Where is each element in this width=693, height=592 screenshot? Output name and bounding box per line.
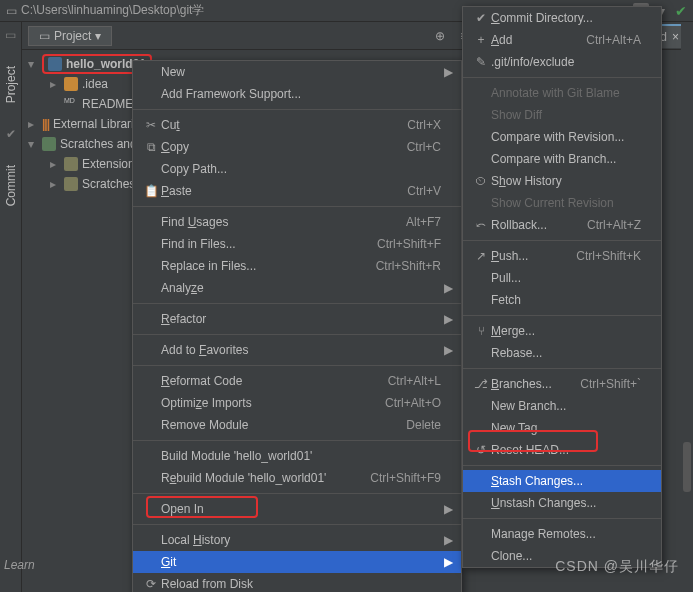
scrollbar-thumb[interactable] xyxy=(683,442,691,492)
menu-item[interactable]: Add Framework Support... xyxy=(133,83,461,105)
menu-shortcut: Ctrl+C xyxy=(407,140,441,154)
menu-item[interactable]: New Tag... xyxy=(463,417,661,439)
git-update-icon[interactable]: ✔ xyxy=(675,3,687,19)
submenu-arrow-icon: ▶ xyxy=(441,555,453,569)
menu-item[interactable]: ↗Push...Ctrl+Shift+K xyxy=(463,245,661,267)
menu-label: Rollback... xyxy=(491,218,587,232)
locate-icon[interactable]: ⊕ xyxy=(431,27,449,45)
menu-item[interactable]: ⎇Branches...Ctrl+Shift+` xyxy=(463,373,661,395)
menu-label: Find Usages xyxy=(161,215,406,229)
menu-item[interactable]: ✎.git/info/exclude xyxy=(463,51,661,73)
menu-icon: 📋 xyxy=(141,184,161,198)
chevron-right-icon[interactable]: ▸ xyxy=(50,177,60,191)
module-icon xyxy=(48,57,62,71)
menu-item[interactable]: Open In▶ xyxy=(133,498,461,520)
menu-icon: ✎ xyxy=(471,55,491,69)
chevron-right-icon[interactable]: ▸ xyxy=(50,157,60,171)
menu-icon: + xyxy=(471,33,491,47)
menu-item[interactable]: Replace in Files...Ctrl+Shift+R xyxy=(133,255,461,277)
folder-icon xyxy=(64,177,78,191)
scrollbar[interactable] xyxy=(681,22,693,592)
menu-item[interactable]: Local History▶ xyxy=(133,529,461,551)
menu-item[interactable]: ↺Reset HEAD... xyxy=(463,439,661,461)
menu-item[interactable]: Compare with Revision... xyxy=(463,126,661,148)
menu-label: Annotate with Git Blame xyxy=(491,86,641,100)
menu-shortcut: Ctrl+Shift+R xyxy=(376,259,441,273)
menu-item[interactable]: New▶ xyxy=(133,61,461,83)
menu-label: Cut xyxy=(161,118,407,132)
commit-icon[interactable]: ✔ xyxy=(6,127,16,141)
close-icon[interactable]: × xyxy=(672,30,679,44)
project-icon[interactable]: ▭ xyxy=(5,28,16,42)
menu-item[interactable]: Reformat CodeCtrl+Alt+L xyxy=(133,370,461,392)
menu-item[interactable]: ⧉CopyCtrl+C xyxy=(133,136,461,158)
chevron-right-icon[interactable]: ▸ xyxy=(50,77,60,91)
menu-item[interactable]: Stash Changes... xyxy=(463,470,661,492)
menu-label: Merge... xyxy=(491,324,641,338)
menu-item[interactable]: Compare with Branch... xyxy=(463,148,661,170)
context-menu-project[interactable]: New▶Add Framework Support...✂CutCtrl+X⧉C… xyxy=(132,60,462,592)
menu-item[interactable]: +AddCtrl+Alt+A xyxy=(463,29,661,51)
menu-item[interactable]: Rebuild Module 'hello_world01'Ctrl+Shift… xyxy=(133,467,461,489)
menu-item[interactable]: Optimize ImportsCtrl+Alt+O xyxy=(133,392,461,414)
menu-item[interactable]: Manage Remotes... xyxy=(463,523,661,545)
menu-item[interactable]: Remove ModuleDelete xyxy=(133,414,461,436)
learn-tab[interactable]: Learn xyxy=(4,558,35,572)
menu-label: Stash Changes... xyxy=(491,474,641,488)
menu-label: Compare with Branch... xyxy=(491,152,641,166)
markdown-icon: MD xyxy=(64,97,78,111)
menu-item[interactable]: Git▶ xyxy=(133,551,461,573)
watermark: CSDN @吴川华仔 xyxy=(555,558,679,576)
menu-item[interactable]: Find in Files...Ctrl+Shift+F xyxy=(133,233,461,255)
menu-item[interactable]: Rebase... xyxy=(463,342,661,364)
menu-item: Show Diff xyxy=(463,104,661,126)
menu-icon: ⎇ xyxy=(471,377,491,391)
menu-shortcut: Ctrl+X xyxy=(407,118,441,132)
menu-item[interactable]: Refactor▶ xyxy=(133,308,461,330)
submenu-arrow-icon: ▶ xyxy=(441,343,453,357)
menu-item[interactable]: Copy Path... xyxy=(133,158,461,180)
chevron-right-icon[interactable]: ▸ xyxy=(28,117,38,131)
menu-item[interactable]: New Branch... xyxy=(463,395,661,417)
submenu-arrow-icon: ▶ xyxy=(441,281,453,295)
menu-label: Refactor xyxy=(161,312,441,326)
folder-icon xyxy=(64,77,78,91)
menu-label: Replace in Files... xyxy=(161,259,376,273)
project-label: Project xyxy=(54,29,91,43)
menu-item[interactable]: Add to Favorites▶ xyxy=(133,339,461,361)
menu-item[interactable]: Find UsagesAlt+F7 xyxy=(133,211,461,233)
tree-label: .idea xyxy=(82,77,108,91)
menu-icon: ↗ xyxy=(471,249,491,263)
context-menu-git[interactable]: ✔Commit Directory...+AddCtrl+Alt+A✎.git/… xyxy=(462,6,662,568)
menu-item[interactable]: ✔Commit Directory... xyxy=(463,7,661,29)
menu-label: Local History xyxy=(161,533,441,547)
menu-item[interactable]: Build Module 'hello_world01' xyxy=(133,445,461,467)
menu-label: Copy xyxy=(161,140,407,154)
menu-label: Manage Remotes... xyxy=(491,527,641,541)
menu-item[interactable]: 📋PasteCtrl+V xyxy=(133,180,461,202)
menu-shortcut: Ctrl+Shift+K xyxy=(576,249,641,263)
menu-item[interactable]: ✂CutCtrl+X xyxy=(133,114,461,136)
menu-label: Copy Path... xyxy=(161,162,441,176)
menu-item[interactable]: Unstash Changes... xyxy=(463,492,661,514)
project-icon: ▭ xyxy=(39,29,50,43)
folder-icon xyxy=(64,157,78,171)
menu-label: Reformat Code xyxy=(161,374,388,388)
menu-item[interactable]: ⑂Merge... xyxy=(463,320,661,342)
menu-item: Annotate with Git Blame xyxy=(463,82,661,104)
menu-icon: ✔ xyxy=(471,11,491,25)
menu-item[interactable]: Fetch xyxy=(463,289,661,311)
project-dropdown[interactable]: ▭ Project ▾ xyxy=(28,26,112,46)
menu-item[interactable]: ⤺Rollback...Ctrl+Alt+Z xyxy=(463,214,661,236)
menu-item[interactable]: ⟳Reload from Disk xyxy=(133,573,461,592)
menu-item[interactable]: ⏲Show History xyxy=(463,170,661,192)
gutter-tab-commit[interactable]: Commit xyxy=(2,161,20,210)
menu-item[interactable]: Pull... xyxy=(463,267,661,289)
crumb-dir[interactable]: C:\Users\linhuaming\Desktop\git学 xyxy=(21,2,204,19)
chevron-down-icon[interactable]: ▾ xyxy=(28,57,38,71)
chevron-down-icon[interactable]: ▾ xyxy=(28,137,38,151)
gutter-tab-project[interactable]: Project xyxy=(2,62,20,107)
menu-label: Optimize Imports xyxy=(161,396,385,410)
menu-shortcut: Ctrl+Alt+O xyxy=(385,396,441,410)
menu-item[interactable]: Analyze▶ xyxy=(133,277,461,299)
